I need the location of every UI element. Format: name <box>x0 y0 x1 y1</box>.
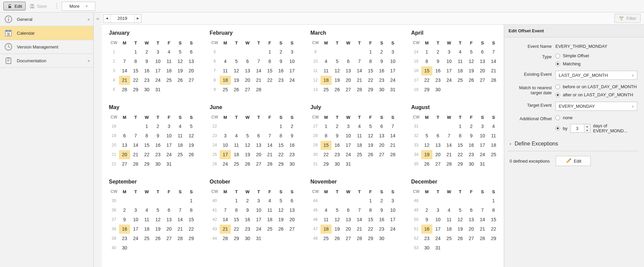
day-cell[interactable]: 20 <box>432 150 443 159</box>
day-cell[interactable]: 20 <box>253 150 264 159</box>
day-cell[interactable]: 3 <box>286 47 298 57</box>
day-cell[interactable]: 8 <box>130 57 141 66</box>
day-cell[interactable]: 24 <box>253 225 264 234</box>
day-cell[interactable]: 30 <box>152 160 163 169</box>
day-cell[interactable]: 12 <box>332 66 343 75</box>
day-cell[interactable]: 6 <box>242 57 253 66</box>
day-cell[interactable]: 5 <box>231 57 242 66</box>
day-cell[interactable]: 31 <box>343 160 354 169</box>
day-cell[interactable]: 20 <box>242 76 253 85</box>
day-cell[interactable]: 1 <box>186 196 197 205</box>
day-cell[interactable]: 26 <box>186 150 197 159</box>
day-cell[interactable]: 28 <box>354 234 365 243</box>
day-cell[interactable]: 3 <box>387 47 398 57</box>
day-cell[interactable]: 26 <box>231 85 242 94</box>
day-cell[interactable]: 16 <box>421 225 432 234</box>
day-cell[interactable]: 27 <box>253 160 264 169</box>
day-cell[interactable]: 10 <box>443 57 455 66</box>
day-cell[interactable]: 11 <box>231 141 242 150</box>
day-cell[interactable]: 1 <box>365 47 376 57</box>
day-cell[interactable]: 9 <box>141 57 152 66</box>
day-cell[interactable]: 5 <box>275 196 286 205</box>
day-cell[interactable]: 25 <box>231 160 242 169</box>
day-cell[interactable]: 19 <box>152 225 163 234</box>
day-cell[interactable]: 2 <box>286 122 298 131</box>
day-cell[interactable]: 30 <box>432 85 443 94</box>
day-cell[interactable]: 20 <box>119 150 130 159</box>
day-cell[interactable]: 23 <box>466 150 477 159</box>
day-cell[interactable]: 12 <box>186 131 197 140</box>
day-cell[interactable]: 3 <box>477 122 488 131</box>
day-cell[interactable]: 6 <box>343 57 354 66</box>
day-cell[interactable]: 29 <box>365 234 376 243</box>
day-cell[interactable]: 11 <box>220 66 231 75</box>
day-cell[interactable]: 10 <box>253 206 264 215</box>
day-cell[interactable]: 16 <box>332 141 343 150</box>
day-cell[interactable]: 28 <box>443 160 455 169</box>
day-cell[interactable]: 28 <box>119 85 130 94</box>
day-cell[interactable]: 12 <box>152 215 163 224</box>
previous-year-button[interactable]: ◀ <box>103 14 110 23</box>
day-cell[interactable]: 17 <box>152 66 163 75</box>
day-cell[interactable]: 21 <box>477 225 488 234</box>
day-cell[interactable]: 3 <box>220 131 231 140</box>
day-cell[interactable]: 13 <box>477 57 488 66</box>
day-cell[interactable]: 1 <box>231 196 242 205</box>
day-cell[interactable]: 5 <box>466 47 477 57</box>
radio-button-icon[interactable] <box>555 126 560 131</box>
day-cell[interactable]: 13 <box>286 206 298 215</box>
day-cell[interactable]: 27 <box>376 150 387 159</box>
day-cell[interactable]: 23 <box>275 76 286 85</box>
day-cell[interactable]: 24 <box>387 76 398 85</box>
existing-event-select[interactable]: LAST_DAY_OF_MONTH ˅ <box>555 71 637 80</box>
day-cell[interactable]: 23 <box>119 234 130 243</box>
day-cell[interactable]: 5 <box>186 122 197 131</box>
day-cell[interactable]: 25 <box>320 85 332 94</box>
day-cell[interactable]: 22 <box>488 225 499 234</box>
day-cell[interactable]: 22 <box>455 150 466 159</box>
day-cell[interactable]: 13 <box>163 215 175 224</box>
day-cell[interactable]: 30 <box>286 160 298 169</box>
radio-button-icon[interactable] <box>555 54 560 58</box>
day-cell[interactable]: 26 <box>332 234 343 243</box>
day-cell[interactable]: 9 <box>421 215 432 224</box>
day-cell[interactable]: 23 <box>242 225 253 234</box>
day-cell[interactable]: 9 <box>466 131 477 140</box>
day-cell[interactable]: 8 <box>231 206 242 215</box>
day-cell[interactable]: 12 <box>421 141 432 150</box>
target-event-select[interactable]: EVERY_MONDAY ˅ <box>555 102 637 111</box>
next-year-button[interactable]: ▶ <box>134 14 141 23</box>
day-cell[interactable]: 22 <box>275 150 286 159</box>
day-cell[interactable]: 30 <box>466 160 477 169</box>
day-cell[interactable]: 23 <box>376 76 387 85</box>
day-cell[interactable]: 7 <box>130 131 141 140</box>
day-cell[interactable]: 7 <box>387 122 398 131</box>
day-cell[interactable]: 17 <box>253 215 264 224</box>
day-cell[interactable]: 23 <box>332 150 343 159</box>
day-cell[interactable]: 27 <box>432 160 443 169</box>
day-cell[interactable]: 31 <box>477 160 488 169</box>
day-cell[interactable]: 3 <box>130 206 141 215</box>
day-cell[interactable]: 7 <box>220 206 231 215</box>
day-cell[interactable]: 4 <box>488 122 499 131</box>
day-cell[interactable]: 30 <box>421 243 432 253</box>
radio-button-icon[interactable] <box>555 115 560 120</box>
day-cell[interactable]: 31 <box>163 160 175 169</box>
day-cell[interactable]: 6 <box>163 206 175 215</box>
day-cell[interactable]: 15 <box>130 66 141 75</box>
day-cell[interactable]: 19 <box>421 150 432 159</box>
day-cell[interactable]: 18 <box>264 215 275 224</box>
day-cell[interactable]: 28 <box>264 160 275 169</box>
day-cell[interactable]: 16 <box>242 215 253 224</box>
day-cell[interactable]: 29 <box>421 85 432 94</box>
day-cell[interactable]: 17 <box>477 141 488 150</box>
day-cell[interactable]: 27 <box>477 76 488 85</box>
day-cell[interactable]: 8 <box>455 131 466 140</box>
day-cell[interactable]: 24 <box>130 234 141 243</box>
day-cell[interactable]: 21 <box>443 150 455 159</box>
day-cell[interactable]: 7 <box>119 57 130 66</box>
day-cell[interactable]: 25 <box>220 85 231 94</box>
day-cell[interactable]: 9 <box>152 131 163 140</box>
day-cell[interactable]: 17 <box>443 66 455 75</box>
day-cell[interactable]: 25 <box>320 234 332 243</box>
